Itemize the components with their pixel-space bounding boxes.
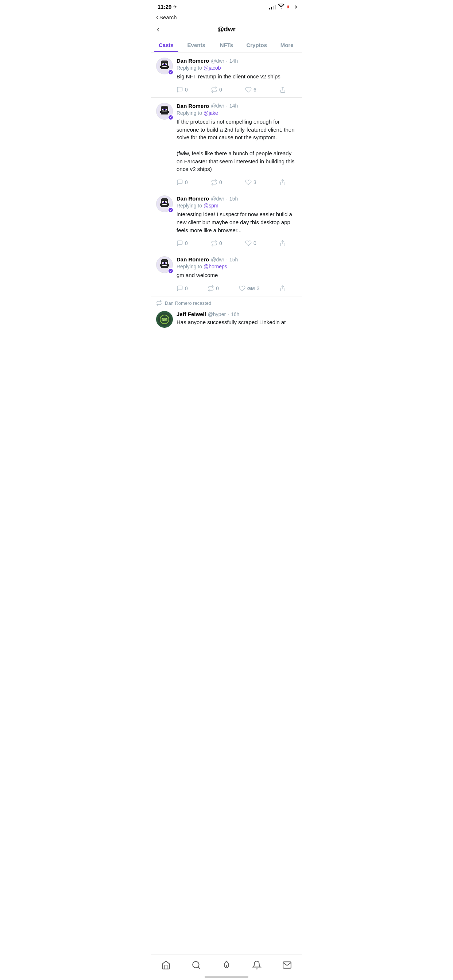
cast-actions: 0 0 3: [177, 177, 286, 190]
status-icons: [269, 4, 295, 10]
header-back-button[interactable]: ‹: [157, 25, 160, 34]
like-action[interactable]: 6: [245, 86, 257, 93]
svg-rect-47: [161, 318, 167, 321]
fire-icon: [222, 960, 231, 970]
comment-action[interactable]: 0: [177, 179, 188, 186]
svg-point-48: [193, 961, 199, 967]
reply-to: Replying to @horneps: [177, 264, 297, 269]
comment-action[interactable]: 0: [177, 285, 188, 292]
svg-rect-8: [160, 65, 161, 68]
share-action[interactable]: [279, 86, 286, 93]
avatar[interactable]: NM: [156, 311, 173, 328]
share-action[interactable]: [279, 179, 286, 186]
svg-rect-5: [163, 64, 164, 65]
back-button[interactable]: ‹ Search: [156, 13, 177, 21]
svg-rect-39: [165, 262, 166, 264]
tab-events[interactable]: Events: [181, 37, 212, 52]
bottom-tab-fire[interactable]: [216, 959, 237, 971]
verified-badge: ✓: [168, 268, 174, 274]
cast-body: Dan Romero @dwr · 15h Replying to @horne…: [177, 256, 297, 296]
tab-bar: Casts Events NFTs Cryptos More: [151, 37, 302, 52]
cast-item: ✓ Dan Romero @dwr · 15h Replying to @spm…: [151, 190, 302, 251]
home-indicator: [205, 976, 248, 978]
cast-actions: 0 0 0: [177, 238, 286, 251]
cast-text: If the protocol is not compelling enough…: [177, 118, 297, 173]
like-action[interactable]: 3: [245, 179, 257, 186]
location-icon: ✈: [173, 5, 177, 10]
recast-indicator: Dan Romero recasted: [151, 296, 302, 307]
svg-rect-2: [161, 60, 167, 62]
svg-rect-13: [161, 106, 167, 107]
svg-rect-42: [167, 264, 169, 267]
svg-rect-19: [160, 111, 161, 113]
verified-badge: ✓: [168, 115, 174, 120]
svg-rect-9: [167, 65, 169, 68]
bottom-tab-search[interactable]: [186, 959, 207, 971]
cast-text: interesting idea! I suspect for now easi…: [177, 210, 297, 234]
verified-badge: ✓: [168, 207, 174, 213]
wifi-icon: [278, 4, 284, 10]
bottom-tab-notifications[interactable]: [246, 959, 267, 971]
avatar-wrap: ✓: [156, 103, 173, 119]
comment-action[interactable]: 0: [177, 86, 188, 93]
svg-rect-35: [161, 259, 167, 261]
battery-icon: [287, 5, 295, 9]
svg-rect-27: [163, 202, 164, 203]
cast-item: ✓ Dan Romero @dwr · 14h Replying to @jak…: [151, 98, 302, 190]
tab-casts[interactable]: Casts: [151, 37, 181, 52]
svg-rect-16: [163, 109, 164, 110]
svg-rect-20: [167, 111, 169, 113]
mail-icon: [282, 960, 292, 970]
svg-rect-31: [167, 204, 169, 205]
svg-rect-7: [162, 66, 167, 67]
cast-text: Has anyone successfully scraped Linkedin…: [177, 318, 297, 326]
svg-rect-12: [161, 107, 168, 115]
share-action[interactable]: [279, 240, 286, 247]
cast-text: Big NFT revamp in the client once v2 shi…: [177, 73, 297, 81]
cast-body: Dan Romero @dwr · 14h Replying to @jacob…: [177, 57, 297, 97]
svg-rect-28: [165, 202, 166, 203]
status-bar: 11:29 ✈: [151, 0, 302, 12]
recast-action[interactable]: 0: [211, 179, 222, 186]
feed: ✓ Dan Romero @dwr · 14h Replying to @jac…: [151, 52, 302, 364]
svg-rect-30: [160, 204, 161, 205]
page-title: @dwr: [217, 25, 236, 33]
search-icon: [191, 960, 201, 970]
avatar-wrap: ✓: [156, 256, 173, 273]
svg-rect-24: [161, 198, 167, 200]
verified-badge: ✓: [168, 69, 174, 75]
svg-rect-40: [162, 265, 167, 266]
cast-text: gm and welcome: [177, 271, 297, 279]
recast-action[interactable]: 0: [211, 86, 222, 93]
cast-body: Dan Romero @dwr · 15h Replying to @spm i…: [177, 196, 297, 251]
recast-action[interactable]: 0: [211, 240, 222, 247]
cast-body: Jeff Feiwell @hyper · 16h Has anyone suc…: [177, 311, 297, 330]
recast-icon: [156, 300, 162, 306]
like-action[interactable]: 0: [245, 240, 257, 247]
gm-action[interactable]: GM 3: [239, 285, 260, 292]
tab-cryptos[interactable]: Cryptos: [241, 37, 272, 52]
avatar-wrap: ✓: [156, 196, 173, 212]
cast-actions: 0 0 GM 3: [177, 283, 286, 296]
back-nav: ‹ Search: [151, 12, 302, 22]
tab-nfts[interactable]: NFTs: [212, 37, 242, 52]
home-icon: [161, 960, 171, 970]
cast-body: Dan Romero @dwr · 14h Replying to @jake …: [177, 103, 297, 190]
cast-item: ✓ Dan Romero @dwr · 15h Replying to @hor…: [151, 251, 302, 296]
svg-rect-23: [161, 199, 168, 207]
reply-to: Replying to @jacob: [177, 65, 297, 71]
signal-icon: [269, 5, 276, 10]
recast-action[interactable]: 0: [207, 285, 219, 292]
cast-item: NM Jeff Feiwell @hyper · 16h Has anyone …: [151, 307, 302, 335]
tab-more[interactable]: More: [272, 37, 302, 52]
svg-rect-34: [161, 260, 168, 268]
bottom-tab-messages[interactable]: [276, 959, 298, 971]
svg-rect-41: [160, 264, 161, 267]
svg-line-49: [198, 967, 200, 969]
share-action[interactable]: [279, 285, 286, 292]
bottom-tab-home[interactable]: [155, 959, 177, 971]
avatar-wrap: ✓: [156, 57, 173, 75]
reply-to: Replying to @jake: [177, 110, 297, 116]
svg-rect-18: [162, 111, 167, 112]
comment-action[interactable]: 0: [177, 240, 188, 247]
